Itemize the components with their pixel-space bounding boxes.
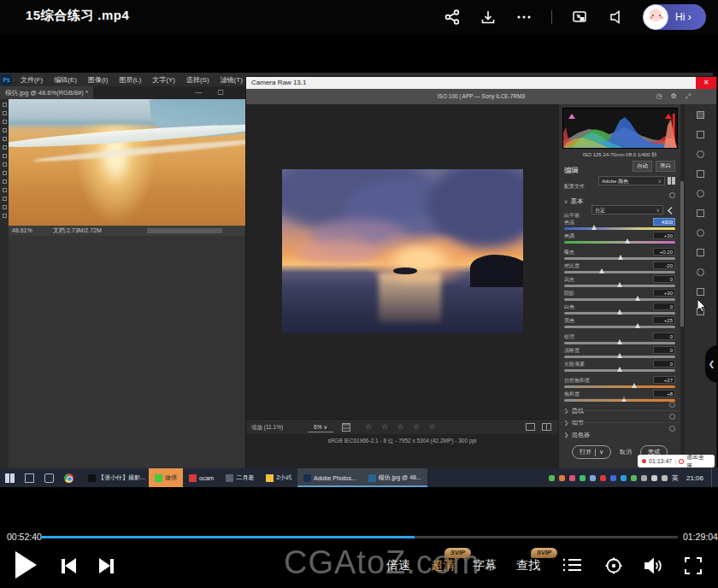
white-balance-select[interactable]: 自定∨ [591, 205, 663, 215]
slider-row[interactable]: 色温4300 [564, 219, 675, 232]
before-after-icon[interactable] [526, 423, 535, 431]
black-white-button[interactable]: 黑白 [656, 161, 675, 172]
tray-icon[interactable] [631, 475, 637, 481]
auto-button[interactable]: 自动 [633, 161, 652, 172]
basic-section-title[interactable]: 基本 [570, 197, 583, 205]
tray-icon[interactable] [549, 475, 555, 481]
shadow-clipping-indicator[interactable] [568, 114, 575, 119]
highlight-clipping-indicator[interactable] [665, 114, 672, 119]
histogram[interactable] [562, 108, 678, 149]
split-view-icon[interactable] [542, 423, 551, 431]
progress-bar[interactable] [41, 536, 678, 538]
section-toggle-icon[interactable] [669, 426, 675, 432]
slider-value-input[interactable]: 0 [653, 332, 675, 340]
recording-indicator[interactable]: 01:13:47 | 退出全屏 [638, 455, 715, 467]
zoom-level[interactable]: 48.61% [12, 226, 32, 236]
tray-icon[interactable] [590, 475, 596, 481]
slider-row[interactable]: 自然饱和度+27 [564, 377, 675, 390]
slider-row[interactable]: 白色0 [564, 303, 675, 316]
star-rating[interactable]: ☆ ☆ ☆ ☆ ☆ [246, 422, 558, 431]
slider-handle[interactable] [617, 367, 622, 372]
taskbar-app[interactable]: ocam [183, 468, 220, 487]
video-frame[interactable]: Ps 文件(F)编辑(E)图像(I)图层(L)文字(Y)选择(S)滤镜(T)3D… [0, 67, 718, 489]
download-icon[interactable] [480, 9, 497, 26]
tray-icon[interactable] [651, 475, 657, 481]
slider-value-input[interactable]: 0 [653, 275, 675, 283]
exit-fullscreen-label[interactable]: 退出全屏 [686, 453, 710, 470]
slider-value-input[interactable]: +25 [653, 316, 675, 324]
slider-handle[interactable] [617, 309, 622, 315]
slider-row[interactable]: 清晰度0 [564, 347, 675, 360]
reset-icon[interactable] [669, 192, 675, 198]
slider-row[interactable]: 对比度-20 [564, 262, 675, 275]
start-button[interactable] [5, 473, 15, 483]
document-window-buttons[interactable]: — ▢ [195, 86, 231, 98]
menu-item[interactable]: 图层(L) [119, 75, 141, 85]
menu-item[interactable]: 选择(S) [186, 75, 209, 85]
slider-track[interactable] [564, 385, 675, 388]
previous-button[interactable] [62, 558, 76, 573]
tray-icon[interactable] [559, 475, 565, 481]
horizontal-scrollbar[interactable] [147, 228, 222, 233]
quality-button[interactable]: 超清 [431, 558, 455, 573]
slider-track[interactable] [564, 326, 675, 328]
slider-track[interactable] [564, 241, 675, 244]
record-screen-icon[interactable] [604, 556, 623, 575]
taskbar-app[interactable]: 2小武 [260, 468, 297, 487]
slider-row[interactable]: 阴影+30 [564, 290, 675, 303]
tray-icon[interactable] [662, 475, 668, 481]
taskbar-app[interactable]: 模仿.jpg @ 48... [362, 468, 427, 487]
menu-item[interactable]: 编辑(E) [54, 75, 77, 85]
close-button[interactable]: ✕ [696, 77, 716, 89]
slider-value-input[interactable]: +8 [653, 390, 675, 397]
slider-handle[interactable] [617, 339, 622, 344]
subtitle-button[interactable]: 字幕 [473, 558, 497, 573]
slider-value-input[interactable]: 0 [653, 303, 675, 310]
slider-row[interactable]: 黑色+25 [564, 317, 675, 330]
menu-item[interactable]: 文件(F) [21, 75, 43, 85]
slider-row[interactable]: 色调+30 [564, 232, 675, 245]
chrome-icon[interactable] [64, 473, 74, 483]
eyedropper-icon[interactable] [667, 205, 675, 215]
slider-value-input[interactable]: -20 [653, 262, 675, 269]
slider-handle[interactable] [625, 238, 630, 244]
taskbar-app[interactable]: Adobe Photos... [297, 468, 362, 487]
taskbar-app[interactable]: 【张小什】摄影... [82, 468, 149, 487]
fullscreen-icon[interactable] [684, 556, 703, 575]
history-icon[interactable]: ◷ [656, 92, 662, 101]
file-explorer-icon[interactable] [44, 473, 54, 483]
task-view-icon[interactable] [25, 473, 34, 483]
slider-value-input[interactable]: +30 [653, 232, 675, 239]
profile-browser-icon[interactable] [668, 177, 675, 185]
slider-value-input[interactable]: +27 [653, 376, 675, 384]
section-toggle-icon[interactable] [669, 414, 675, 420]
slider-value-input[interactable]: 0 [653, 360, 675, 368]
player-side-panel-toggle[interactable]: ❮ [705, 345, 718, 383]
slider-handle[interactable] [635, 296, 640, 301]
show-desktop-button[interactable] [711, 468, 715, 487]
next-button[interactable] [99, 558, 114, 573]
slider-track[interactable] [564, 271, 675, 273]
slider-handle[interactable] [635, 323, 640, 328]
slider-handle[interactable] [599, 268, 604, 273]
slider-value-input[interactable]: +0.20 [653, 248, 675, 256]
camera-raw-preview-area[interactable]: 缩放 (11.1%) 6% ∨ ☆ ☆ ☆ ☆ ☆ sRGB IEC61966-… [246, 104, 558, 468]
slider-track[interactable] [564, 227, 675, 230]
slider-value-input[interactable]: +30 [653, 289, 675, 297]
menu-item[interactable]: 滤镜(T) [221, 75, 243, 85]
panel-section[interactable]: ❯混色器 [559, 422, 680, 434]
announcement-off-icon[interactable] [607, 9, 624, 26]
picture-in-picture-icon[interactable] [571, 9, 588, 26]
slider-handle[interactable] [617, 282, 622, 287]
input-language[interactable]: 英 [672, 473, 679, 483]
tray-icon[interactable] [621, 475, 627, 481]
slider-row[interactable]: 纹理0 [564, 333, 675, 346]
document-tab[interactable]: 模仿.jpg @ 48.6%(RGB/8#) * [0, 86, 93, 99]
section-toggle-icon[interactable] [669, 402, 675, 408]
profile-select[interactable]: Adobe 颜色∨ [598, 176, 665, 185]
taskbar-app[interactable]: 二月老 [220, 468, 260, 487]
tray-icon[interactable] [600, 475, 606, 481]
slider-row[interactable]: 高光0 [564, 276, 675, 289]
share-icon[interactable] [444, 9, 461, 26]
clock[interactable]: 21:06 [686, 474, 703, 482]
